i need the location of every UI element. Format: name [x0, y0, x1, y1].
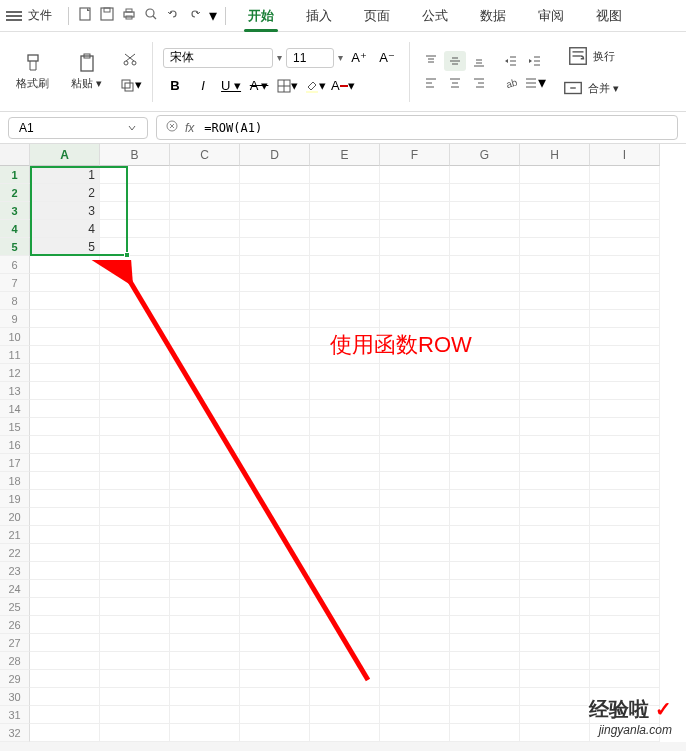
- cell[interactable]: [310, 166, 380, 184]
- cell[interactable]: [170, 472, 240, 490]
- cell[interactable]: [170, 274, 240, 292]
- column-header-H[interactable]: H: [520, 144, 590, 166]
- chevron-down-icon[interactable]: ▾: [209, 6, 217, 25]
- cell[interactable]: [30, 328, 100, 346]
- cell[interactable]: [380, 310, 450, 328]
- cell[interactable]: [30, 490, 100, 508]
- cell[interactable]: [380, 274, 450, 292]
- cell[interactable]: [590, 382, 660, 400]
- cell[interactable]: [240, 364, 310, 382]
- cell[interactable]: [100, 346, 170, 364]
- cell[interactable]: [310, 580, 380, 598]
- cell[interactable]: 5: [30, 238, 100, 256]
- cell[interactable]: [380, 508, 450, 526]
- row-header[interactable]: 14: [0, 400, 30, 418]
- cell[interactable]: [380, 490, 450, 508]
- cell[interactable]: [310, 526, 380, 544]
- cell[interactable]: [310, 490, 380, 508]
- column-header-G[interactable]: G: [450, 144, 520, 166]
- cell[interactable]: [240, 436, 310, 454]
- paste-button[interactable]: 粘贴 ▾: [65, 48, 108, 95]
- cell[interactable]: [520, 256, 590, 274]
- cell[interactable]: [520, 346, 590, 364]
- cell[interactable]: [590, 472, 660, 490]
- cell[interactable]: [30, 400, 100, 418]
- name-box[interactable]: A1: [8, 117, 148, 139]
- cell[interactable]: [310, 652, 380, 670]
- cell[interactable]: [450, 418, 520, 436]
- cell[interactable]: [450, 292, 520, 310]
- row-header[interactable]: 5: [0, 238, 30, 256]
- cell[interactable]: [170, 364, 240, 382]
- orientation-icon[interactable]: ab: [500, 73, 522, 93]
- row-header[interactable]: 18: [0, 472, 30, 490]
- cell[interactable]: [380, 436, 450, 454]
- cell[interactable]: [240, 418, 310, 436]
- cell[interactable]: [380, 454, 450, 472]
- cell[interactable]: [100, 688, 170, 706]
- cell[interactable]: [590, 436, 660, 454]
- cell[interactable]: [240, 184, 310, 202]
- cell[interactable]: [240, 652, 310, 670]
- cell[interactable]: [100, 220, 170, 238]
- cell[interactable]: [380, 202, 450, 220]
- row-header[interactable]: 24: [0, 580, 30, 598]
- cell[interactable]: [380, 580, 450, 598]
- cell[interactable]: [380, 688, 450, 706]
- cell[interactable]: [310, 400, 380, 418]
- cell[interactable]: [30, 562, 100, 580]
- cell[interactable]: [170, 526, 240, 544]
- column-header-B[interactable]: B: [100, 144, 170, 166]
- cell[interactable]: [590, 580, 660, 598]
- cell[interactable]: [590, 346, 660, 364]
- cell[interactable]: [170, 418, 240, 436]
- cell[interactable]: [100, 202, 170, 220]
- cell[interactable]: [520, 310, 590, 328]
- cut-icon[interactable]: [118, 47, 142, 71]
- cell[interactable]: [310, 544, 380, 562]
- cell[interactable]: [240, 508, 310, 526]
- cell[interactable]: [30, 292, 100, 310]
- tab-insert[interactable]: 插入: [292, 1, 346, 31]
- cell[interactable]: [170, 544, 240, 562]
- cell[interactable]: [520, 184, 590, 202]
- cell[interactable]: [170, 256, 240, 274]
- cell[interactable]: [450, 454, 520, 472]
- cell[interactable]: [30, 274, 100, 292]
- cell[interactable]: [30, 382, 100, 400]
- cell[interactable]: [30, 436, 100, 454]
- row-header[interactable]: 8: [0, 292, 30, 310]
- cell[interactable]: 2: [30, 184, 100, 202]
- cell[interactable]: [30, 454, 100, 472]
- cell[interactable]: [380, 598, 450, 616]
- cell[interactable]: [310, 472, 380, 490]
- cell[interactable]: [100, 706, 170, 724]
- preview-icon[interactable]: [143, 6, 159, 26]
- cell[interactable]: [380, 472, 450, 490]
- cell[interactable]: [450, 184, 520, 202]
- undo-icon[interactable]: [165, 6, 181, 26]
- cell[interactable]: [590, 238, 660, 256]
- cell[interactable]: [310, 454, 380, 472]
- cell[interactable]: [170, 454, 240, 472]
- tab-view[interactable]: 视图: [582, 1, 636, 31]
- cell[interactable]: [240, 490, 310, 508]
- cell[interactable]: [590, 562, 660, 580]
- cell[interactable]: [520, 292, 590, 310]
- cell[interactable]: [240, 328, 310, 346]
- cell[interactable]: [590, 670, 660, 688]
- cell[interactable]: [520, 526, 590, 544]
- cell[interactable]: [450, 382, 520, 400]
- cell[interactable]: 1: [30, 166, 100, 184]
- cell[interactable]: [30, 706, 100, 724]
- cell[interactable]: [590, 274, 660, 292]
- cell[interactable]: [30, 256, 100, 274]
- cell[interactable]: [520, 472, 590, 490]
- save-icon[interactable]: [99, 6, 115, 26]
- cell[interactable]: [100, 364, 170, 382]
- cell[interactable]: [170, 184, 240, 202]
- file-menu[interactable]: 文件: [28, 7, 52, 24]
- cell[interactable]: [450, 580, 520, 598]
- cell[interactable]: [170, 238, 240, 256]
- align-bottom-icon[interactable]: [468, 51, 490, 71]
